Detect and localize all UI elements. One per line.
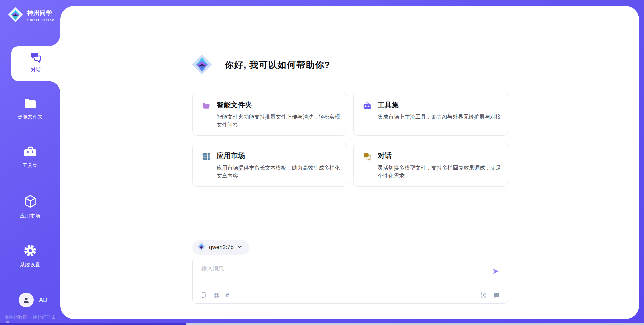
folder-icon	[202, 101, 211, 112]
user-name: AD	[39, 297, 47, 304]
model-selector[interactable]: qwen2:7b	[192, 240, 249, 255]
chevron-down-icon	[237, 244, 243, 251]
attach-icon[interactable]	[201, 291, 207, 299]
card-smart-folder[interactable]: 智能文件夹 智能文件夹功能支持批量文件上传与清洗，轻松实现文件问答	[192, 92, 347, 136]
card-title: 应用市场	[217, 151, 245, 160]
sidebar-item-settings[interactable]: 系统设置	[0, 244, 60, 268]
brand-gem-icon	[191, 54, 213, 76]
model-name: qwen2:7b	[209, 244, 234, 251]
message-input[interactable]: 输入消息...	[193, 258, 508, 287]
user-profile[interactable]: AD	[19, 292, 47, 307]
card-description: 智能文件夹功能支持批量文件上传与清洗，轻松实现文件问答	[217, 113, 340, 129]
card-description: 集成市场上主流工具，助力AI与外界无缝扩展与对接	[378, 113, 501, 121]
sidebar-item-label: 智能文件夹	[0, 114, 60, 120]
card-description: 灵活切换多模型文件，支持多样回复效果调试，满足个性化需求	[378, 164, 501, 180]
horizontal-scrollbar	[0, 323, 644, 325]
model-gem-icon	[197, 242, 206, 253]
sidebar-item-toolset[interactable]: 工具集	[0, 146, 60, 169]
brand-gem-icon	[7, 7, 23, 24]
card-chat[interactable]: 对话 灵活切换多模型文件，支持多样回复效果调试，满足个性化需求	[353, 143, 508, 187]
sidebar-item-chat[interactable]: 对话	[11, 46, 60, 81]
card-title: 工具集	[378, 100, 399, 110]
sidebar-item-label: 系统设置	[0, 262, 60, 268]
card-description: 应用市场提供丰富长文本模板，助力高效生成多样化文章内容	[217, 164, 340, 180]
brand-logo: 神州问学 Smart Vision	[7, 7, 55, 24]
card-app-market[interactable]: 应用市场 应用市场提供丰富长文本模板，助力高效生成多样化文章内容	[192, 143, 347, 187]
history-icon[interactable]	[480, 292, 487, 299]
message-input-placeholder: 输入消息...	[201, 265, 229, 272]
sidebar-item-app-market[interactable]: 应用市场	[0, 194, 60, 219]
card-title: 对话	[378, 151, 392, 160]
chat-icon	[30, 52, 42, 64]
gear-icon	[0, 244, 60, 259]
card-title: 智能文件夹	[217, 100, 252, 110]
card-toolset[interactable]: 工具集 集成市场上主流工具，助力AI与外界无缝扩展与对接	[353, 92, 508, 136]
folder-icon	[0, 98, 60, 111]
sidebar-item-label: 应用市场	[0, 213, 60, 219]
send-icon[interactable]	[492, 267, 500, 277]
avatar	[19, 292, 34, 307]
feedback-bubble-icon[interactable]	[493, 292, 500, 299]
sidebar-item-smart-folder[interactable]: 智能文件夹	[0, 98, 60, 120]
app-grid-icon	[202, 152, 211, 162]
composer-toolbar: @ #	[193, 287, 508, 303]
chat-icon	[363, 152, 372, 162]
message-composer: 输入消息... @ #	[192, 258, 508, 304]
greeting-title: 你好, 我可以如何帮助你?	[225, 59, 330, 71]
toolbox-icon	[0, 146, 60, 159]
topic-icon[interactable]: #	[226, 291, 229, 299]
horizontal-scrollbar-thumb[interactable]	[0, 323, 186, 325]
cube-icon	[0, 194, 60, 210]
main-content-sheet: 你好, 我可以如何帮助你? 智能文件夹 智能文件夹功能支持批量文件上传与清洗，轻…	[60, 6, 639, 319]
sidebar-item-label: 对话	[11, 67, 60, 73]
toolbox-icon	[363, 101, 372, 112]
brand-subtitle: Smart Vision	[27, 18, 55, 22]
brand-name: 神州问学	[27, 9, 55, 17]
mention-icon[interactable]: @	[213, 291, 220, 299]
greeting-row: 你好, 我可以如何帮助你?	[191, 54, 330, 76]
sidebar-item-label: 工具集	[0, 162, 60, 169]
sidebar: 神州问学 Smart Vision 对话 智能文件夹	[0, 0, 60, 325]
